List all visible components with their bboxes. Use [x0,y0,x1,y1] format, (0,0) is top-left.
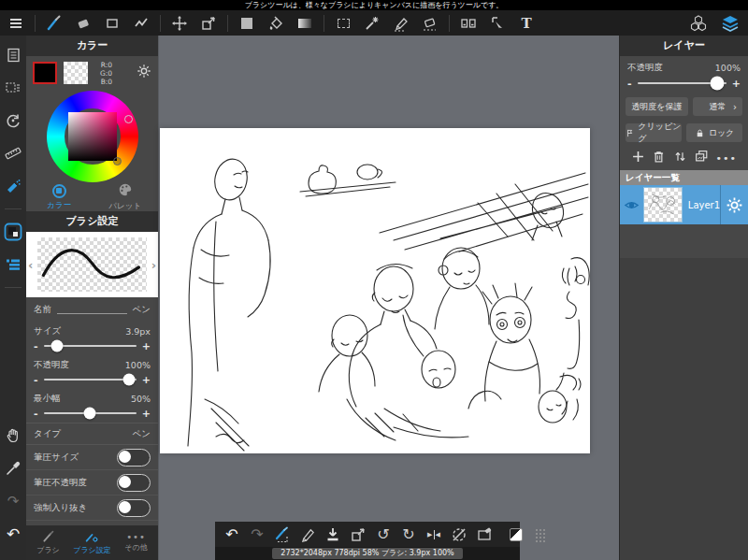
tab-brush-settings[interactable]: ブラシ設定 [70,525,114,560]
brush-tool-icon[interactable] [44,13,65,34]
eyedropper-icon[interactable] [3,458,23,479]
export-transform-icon[interactable] [349,525,367,544]
layer-name[interactable]: Layer1 [683,185,720,224]
minus-icon[interactable]: - [34,409,38,419]
add-layer-icon[interactable] [631,150,645,167]
hue-ring[interactable] [47,91,138,182]
brush-size-slider[interactable]: - + [26,337,158,355]
tab-brush[interactable]: ブラシ [26,525,70,560]
bucket-tool-icon[interactable] [266,13,286,34]
drag-handle-icon[interactable] [532,525,551,544]
minus-icon[interactable]: - [34,341,38,352]
gradient-tool-icon[interactable] [295,13,315,34]
saturation-value-square[interactable] [68,112,117,161]
tab-palette[interactable]: パレット [93,183,159,211]
transparent-color-swatch[interactable] [64,62,88,84]
tab-other[interactable]: ••• その他 [114,525,158,560]
blend-mode-button[interactable]: 通常 › [693,97,742,116]
save-icon[interactable] [324,525,342,544]
plus-icon[interactable]: + [142,409,151,419]
pen-icon[interactable] [298,525,317,544]
material-panel-icon[interactable] [688,13,709,34]
ruler-icon[interactable] [3,143,23,164]
brush-stroke-preview [37,237,147,292]
brush-minwidth-track[interactable] [44,412,137,414]
rotate-reset-icon[interactable] [3,110,23,131]
shape-tool-icon[interactable] [102,13,122,34]
select-eraser-tool-icon[interactable] [420,13,440,34]
transform-tool-icon[interactable] [198,13,219,34]
tool-list-panel-icon[interactable] [3,254,23,275]
brush-next-icon[interactable]: › [151,258,156,272]
airbrush-icon[interactable] [3,176,23,196]
plus-icon[interactable]: + [732,79,741,89]
layer-opacity-thumb[interactable] [711,77,725,91]
select-pen-tool-icon[interactable] [391,13,411,34]
workspace[interactable]: ↶ ↷ ↺ ↻ ▶◀ [159,36,619,560]
brush-opacity-track[interactable] [44,379,137,381]
eraser-tool-icon[interactable] [73,13,94,34]
tab-color[interactable]: カラー [26,183,93,211]
foreground-color-swatch[interactable] [33,62,57,84]
brush-opacity-thumb[interactable] [122,374,135,386]
disable-rotate-icon[interactable] [450,525,468,544]
brush-type-row[interactable]: タイプ ペン [26,423,158,445]
layers-panel-icon[interactable] [720,13,741,34]
menu-icon[interactable] [6,13,26,34]
brush-size-thumb[interactable] [51,340,64,352]
hand-tool-icon[interactable] [3,425,23,446]
sv-selector[interactable] [113,157,122,165]
brush-minwidth-slider[interactable]: - + [26,404,158,423]
brush-prev-icon[interactable]: ‹ [28,258,33,272]
pressure-size-label: 筆圧サイズ [34,452,79,464]
redo-icon[interactable]: ↷ [248,525,266,544]
fill-color-tool-icon[interactable] [237,13,257,34]
pages-icon[interactable] [3,45,23,65]
layer-visibility-toggle[interactable] [620,185,643,224]
more-layer-actions-icon[interactable]: ••• [716,152,737,165]
plus-icon[interactable]: + [142,341,151,352]
redo-icon[interactable]: ↷ [3,491,23,511]
fg-bg-swatch-icon[interactable] [507,525,525,544]
flip-horizontal-icon[interactable]: ▶◀ [424,525,443,544]
color-settings-gear-icon[interactable] [137,64,151,82]
protect-alpha-button[interactable]: 透明度を保護 [626,97,688,116]
brush-size-track[interactable] [44,345,137,347]
brush-select-icon[interactable] [273,525,292,544]
brush-name-value[interactable]: ペン [133,304,151,316]
pressure-size-toggle[interactable] [117,449,151,467]
lock-button[interactable]: ロック [686,123,742,142]
magic-wand-tool-icon[interactable] [362,13,382,34]
pressure-opacity-toggle[interactable] [117,474,151,492]
brush-opacity-slider[interactable]: - + [26,370,158,389]
forced-taper-toggle[interactable] [117,499,151,517]
layer-opacity-slider[interactable]: - + [620,73,748,93]
undo-icon[interactable]: ↶ [223,525,241,544]
minus-icon[interactable]: - [627,79,632,89]
layer-row-layer1[interactable]: Layer1 [620,185,748,224]
delete-layer-icon[interactable] [652,150,666,167]
operation-select-tool-icon[interactable] [487,13,508,34]
minus-icon[interactable]: - [34,375,38,385]
brush-minwidth-thumb[interactable] [84,408,96,420]
divide-canvas-tool-icon[interactable] [458,13,479,34]
canvas[interactable] [160,128,590,453]
snapshot-list-icon[interactable] [3,78,23,98]
hue-selector[interactable] [124,115,133,123]
select-tool-icon[interactable] [333,13,353,34]
rotate-ccw-icon[interactable]: ↺ [374,525,393,544]
layer-thumbnail[interactable] [643,187,683,223]
reorder-layer-icon[interactable] [673,150,687,167]
clipping-button[interactable]: クリッピング [626,123,682,142]
layer-opacity-track[interactable] [638,82,726,84]
clear-icon[interactable] [475,525,494,544]
text-tool-icon[interactable]: T [516,13,537,34]
undo-icon[interactable]: ↶ [3,524,23,544]
layer-settings-gear-icon[interactable] [720,185,748,224]
plus-icon[interactable]: + [142,375,151,385]
color-panel-toggle-icon[interactable] [3,222,23,242]
polyline-tool-icon[interactable] [131,13,151,34]
move-tool-icon[interactable] [169,13,190,34]
rotate-cw-icon[interactable]: ↻ [399,525,418,544]
duplicate-layer-icon[interactable] [694,149,709,167]
